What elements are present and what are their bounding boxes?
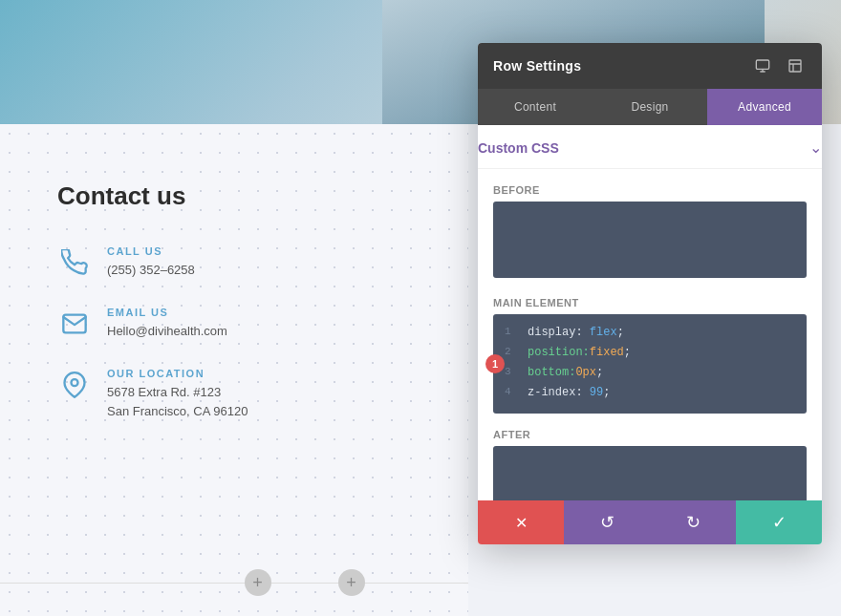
contact-location-group: OUR LOCATION 5678 Extra Rd. #123San Fran… <box>107 368 248 420</box>
call-value: (255) 352–6258 <box>107 261 195 280</box>
redo-icon: ↻ <box>686 512 701 533</box>
svg-rect-2 <box>789 60 801 72</box>
contact-item-location: OUR LOCATION 5678 Extra Rd. #123San Fran… <box>57 368 411 420</box>
redo-button[interactable]: ↻ <box>650 500 736 544</box>
responsive-icon[interactable] <box>751 54 774 77</box>
contact-section: Contact us CALL US (255) 352–6258 EMAIL … <box>0 124 468 616</box>
after-textarea[interactable] <box>493 446 807 500</box>
collapse-icon[interactable]: ⌄ <box>809 138 822 157</box>
css-section-header: Custom CSS ⌄ <box>478 125 822 169</box>
svg-rect-1 <box>756 60 768 69</box>
cancel-button[interactable]: ✕ <box>478 500 564 544</box>
badge-number: 1 <box>485 354 505 373</box>
reset-button[interactable]: ↺ <box>564 500 650 544</box>
tab-content[interactable]: Content <box>478 89 593 125</box>
save-icon: ✓ <box>772 512 787 533</box>
panel-tabs: Content Design Advanced <box>478 89 822 125</box>
tab-design[interactable]: Design <box>593 89 707 125</box>
contact-title: Contact us <box>57 181 411 211</box>
code-line-4: 4 z-index: 99; <box>505 384 795 401</box>
panel-title: Row Settings <box>493 58 581 74</box>
add-buttons-row: + + <box>0 559 468 606</box>
code-line-2: 2 position:fixed; <box>505 344 795 361</box>
contact-item-call: CALL US (255) 352–6258 <box>57 245 411 280</box>
add-button-left[interactable]: + <box>245 569 271 596</box>
svg-point-0 <box>72 379 78 386</box>
email-value: Hello@divihealth.com <box>107 322 227 341</box>
call-label: CALL US <box>107 245 195 257</box>
panel-header-icons <box>751 54 807 77</box>
location-label: OUR LOCATION <box>107 368 248 379</box>
divider <box>0 583 468 584</box>
main-element-label: Main Element <box>493 297 807 308</box>
main-element-wrapper: 1 1 display: flex; 2 position:fixed; 3 b… <box>493 314 807 414</box>
phone-icon <box>57 245 92 280</box>
email-icon <box>57 307 92 341</box>
tab-advanced[interactable]: Advanced <box>707 89 822 125</box>
layout-icon[interactable] <box>784 54 807 77</box>
reset-icon: ↺ <box>600 512 615 533</box>
code-editor[interactable]: 1 display: flex; 2 position:fixed; 3 bot… <box>493 314 807 414</box>
contact-item-email: EMAIL US Hello@divihealth.com <box>57 307 411 341</box>
add-button-right[interactable]: + <box>338 569 365 596</box>
contact-call-group: CALL US (255) 352–6258 <box>107 245 195 280</box>
before-textarea[interactable] <box>493 202 807 278</box>
panel-footer: ✕ ↺ ↻ ✓ <box>478 500 822 544</box>
after-label: After <box>493 429 807 440</box>
code-line-3: 3 bottom:0px; <box>505 364 795 381</box>
panel-body: Custom CSS ⌄ Before Main Element 1 1 dis… <box>478 125 822 500</box>
before-label: Before <box>493 184 807 196</box>
cancel-icon: ✕ <box>515 514 528 532</box>
css-section: Before Main Element 1 1 display: flex; 2… <box>478 184 822 500</box>
location-icon <box>57 368 92 402</box>
panel-header: Row Settings <box>478 43 822 89</box>
settings-panel: Row Settings Content Design Advanced <box>478 43 822 544</box>
location-value: 5678 Extra Rd. #123San Francisco, CA 961… <box>107 383 248 420</box>
save-button[interactable]: ✓ <box>736 500 822 544</box>
contact-email-group: EMAIL US Hello@divihealth.com <box>107 307 227 341</box>
email-label: EMAIL US <box>107 307 227 318</box>
code-line-1: 1 display: flex; <box>505 324 795 341</box>
css-section-title: Custom CSS <box>478 140 559 156</box>
